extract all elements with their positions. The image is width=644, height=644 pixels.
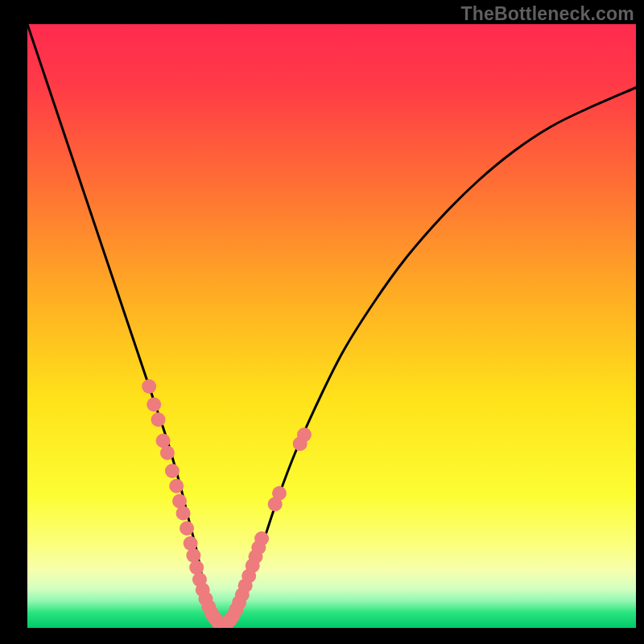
sample-point: [180, 521, 194, 535]
sample-point: [189, 560, 204, 575]
bottleneck-curve: [27, 24, 636, 625]
plot-area: [27, 24, 636, 628]
sample-point: [151, 412, 166, 427]
sample-point: [176, 506, 191, 521]
sample-point: [297, 427, 312, 442]
chart-stage: TheBottleneck.com: [0, 0, 644, 644]
sample-point: [160, 446, 175, 460]
chart-svg: [27, 24, 636, 628]
sample-points-group: [142, 379, 312, 628]
sample-point: [254, 531, 269, 546]
watermark-text: TheBottleneck.com: [460, 3, 634, 25]
sample-point: [184, 536, 198, 551]
sample-point: [186, 548, 200, 563]
sample-point: [142, 379, 156, 394]
sample-point: [272, 486, 287, 501]
sample-point: [147, 398, 161, 412]
sample-point: [165, 464, 180, 478]
sample-point: [169, 479, 184, 493]
